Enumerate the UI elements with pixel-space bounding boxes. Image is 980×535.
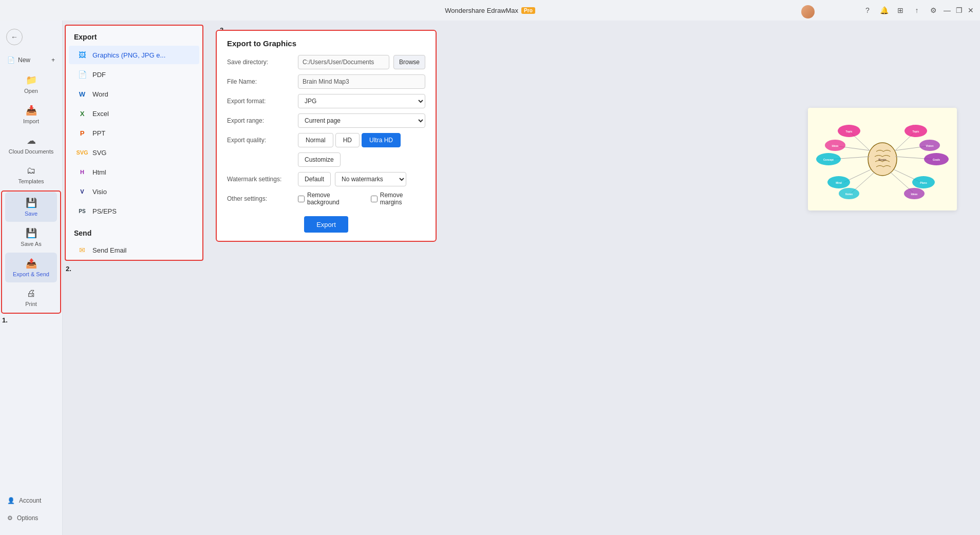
sidebar-item-print[interactable]: 🖨 Print	[5, 283, 57, 312]
remove-background-checkbox[interactable]	[298, 196, 305, 202]
sidebar-item-cloud[interactable]: ☁ Cloud Documents	[3, 130, 59, 160]
watermark-label: Watermark settings:	[227, 176, 294, 183]
send-section-title: Send	[66, 224, 202, 240]
step1-label: 1.	[2, 316, 8, 324]
svg-text:Brain: Brain	[878, 158, 887, 161]
export-item-pdf[interactable]: 📄 PDF	[69, 65, 199, 84]
options-icon: ⚙	[7, 514, 13, 522]
sidebar-item-templates[interactable]: 🗂 Templates	[3, 160, 59, 189]
svg-text:Mind: Mind	[836, 181, 842, 184]
remove-background-checkbox-label[interactable]: Remove background	[298, 192, 363, 206]
export-icon: 📤	[26, 258, 37, 269]
app-title: Wondershare EdrawMax	[445, 7, 518, 14]
visio-label: Visio	[92, 188, 107, 196]
preview-card: Topic Ideas Concept Mind Notes Topic Vis…	[808, 108, 957, 211]
export-item-svg[interactable]: SVG SVG	[69, 143, 199, 162]
titlebar-title: Wondershare EdrawMax Pro	[445, 7, 535, 14]
sidebar-item-save[interactable]: 💾 Save	[5, 192, 57, 222]
print-label: Print	[25, 301, 37, 307]
quality-group: Normal HD Ultra HD	[298, 133, 401, 147]
svg-text:Topic: Topic	[913, 130, 919, 133]
share-icon[interactable]: ↑	[911, 5, 922, 16]
mindmap-svg: Topic Ideas Concept Mind Notes Topic Vis…	[811, 110, 954, 208]
print-icon: 🖨	[27, 288, 36, 299]
sidebar-item-export[interactable]: 📤 Export & Send	[5, 253, 57, 282]
html-label: Html	[92, 168, 106, 176]
pdf-label: PDF	[92, 71, 106, 79]
svg-label: SVG	[92, 149, 106, 157]
word-icon: W	[77, 89, 87, 99]
titlebar-icons: ? 🔔 ⊞ ↑ ⚙	[862, 5, 939, 16]
quality-hd-button[interactable]: HD	[335, 133, 360, 147]
sidebar-item-options[interactable]: ⚙ Options	[0, 509, 62, 527]
customize-button[interactable]: Customize	[298, 152, 341, 167]
pro-badge: Pro	[521, 7, 535, 14]
templates-icon: 🗂	[27, 165, 36, 176]
export-item-email[interactable]: ✉ Send Email	[69, 241, 199, 259]
export-format-select[interactable]: JPG PNG BMP SVG PDF	[298, 94, 425, 108]
save-label: Save	[25, 211, 37, 217]
settings-icon[interactable]: ⚙	[928, 5, 939, 16]
maximize-button[interactable]: ❐	[956, 6, 963, 14]
import-icon: 📥	[26, 105, 37, 116]
close-button[interactable]: ✕	[968, 6, 974, 14]
svg-text:Concept: Concept	[823, 158, 834, 161]
minimize-button[interactable]: —	[944, 6, 951, 14]
remove-margins-checkbox[interactable]	[371, 196, 378, 202]
export-item-pseps[interactable]: PS PS/EPS	[69, 202, 199, 220]
export-range-row: Export range: Current page All pages Cus…	[227, 113, 425, 128]
watermark-select[interactable]: No watermarks Custom watermark	[335, 172, 406, 186]
other-settings-row: Other settings: Remove background Remove…	[227, 192, 425, 206]
notification-icon[interactable]: 🔔	[878, 5, 890, 16]
customize-row: Customize	[227, 152, 425, 167]
new-plus-icon: +	[51, 56, 55, 64]
templates-label: Templates	[18, 178, 44, 184]
svg-text:Vision: Vision	[926, 144, 934, 147]
export-item-graphics[interactable]: 🖼 Graphics (PNG, JPG e...	[69, 46, 199, 64]
sidebar-item-account[interactable]: 👤 Account	[0, 492, 62, 509]
export-item-excel[interactable]: X Excel	[69, 104, 199, 123]
quality-normal-button[interactable]: Normal	[298, 133, 333, 147]
file-name-input[interactable]	[298, 74, 425, 89]
export-format-row: Export format: JPG PNG BMP SVG PDF	[227, 94, 425, 108]
remove-margins-checkbox-label[interactable]: Remove margins	[371, 192, 425, 206]
export-item-word[interactable]: W Word	[69, 85, 199, 103]
options-label: Options	[17, 514, 38, 522]
svg-text:Ideas: Ideas	[911, 193, 918, 196]
new-icon: 📄	[7, 56, 15, 64]
browse-button[interactable]: Browse	[393, 55, 425, 69]
export-format-label: Export format:	[227, 98, 294, 105]
dialog-title: Export to Graphics	[227, 39, 425, 48]
preview-area: Topic Ideas Concept Mind Notes Topic Vis…	[795, 36, 970, 282]
sidebar-item-import[interactable]: 📥 Import	[3, 100, 59, 129]
export-quality-row: Export quality: Normal HD Ultra HD	[227, 133, 425, 147]
pseps-icon: PS	[77, 206, 87, 216]
sidebar-item-saveas[interactable]: 💾 Save As	[5, 222, 57, 252]
export-button[interactable]: Export	[304, 216, 348, 233]
export-item-html[interactable]: H Html	[69, 163, 199, 181]
saveas-icon: 💾	[26, 227, 37, 239]
file-name-label: File Name:	[227, 78, 294, 85]
watermark-group: Default No watermarks Custom watermark	[298, 172, 406, 186]
excel-icon: X	[77, 108, 87, 119]
save-directory-input[interactable]	[298, 55, 389, 69]
svg-text:Goals: Goals	[933, 158, 940, 161]
sidebar-item-new[interactable]: 📄 New +	[0, 51, 62, 69]
export-item-ppt[interactable]: P PPT	[69, 124, 199, 142]
sidebar-item-open[interactable]: 📁 Open	[3, 69, 59, 99]
cloud-label: Cloud Documents	[9, 148, 53, 155]
watermark-row: Watermark settings: Default No watermark…	[227, 172, 425, 186]
grid-icon[interactable]: ⊞	[895, 5, 906, 16]
visio-icon: V	[77, 186, 87, 197]
ppt-label: PPT	[92, 129, 105, 137]
new-label: New	[18, 56, 30, 64]
graphics-label: Graphics (PNG, JPG e...	[92, 51, 165, 59]
export-range-select[interactable]: Current page All pages Custom	[298, 113, 425, 128]
export-item-visio[interactable]: V Visio	[69, 182, 199, 201]
back-button[interactable]: ←	[6, 29, 23, 45]
help-icon[interactable]: ?	[862, 5, 873, 16]
sidebar-top: ←	[0, 25, 62, 49]
quality-ultrahd-button[interactable]: Ultra HD	[362, 133, 401, 147]
ppt-icon: P	[77, 128, 87, 138]
open-icon: 📁	[26, 74, 37, 86]
